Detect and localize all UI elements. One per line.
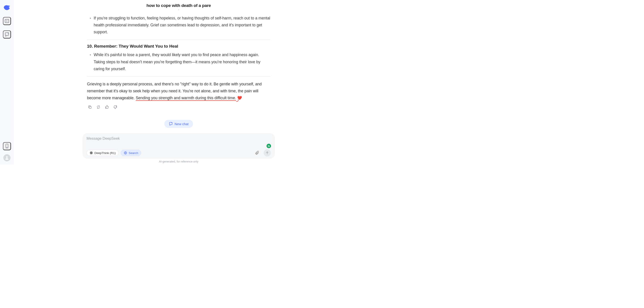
message-input-box: G DeepThink (R1) [82, 133, 275, 159]
closing-paragraph: Grieving is a deeply personal process, a… [87, 81, 270, 102]
phone-icon [5, 143, 9, 149]
response-bullet-item: If you're struggling to function, feelin… [94, 15, 270, 35]
new-chat-button[interactable]: New chat [164, 120, 193, 128]
person-icon [5, 156, 9, 160]
copy-icon [88, 105, 92, 109]
user-avatar[interactable] [3, 154, 10, 161]
section-heading-10: 10. Remember: They Would Want You to Hea… [87, 44, 270, 49]
send-button[interactable] [264, 149, 271, 156]
arrow-up-icon [265, 151, 269, 155]
deepthink-toggle[interactable]: DeepThink (R1) [86, 150, 118, 156]
grammarly-badge[interactable]: G [266, 143, 272, 149]
paperclip-icon [255, 151, 259, 155]
regenerate-button[interactable] [96, 105, 101, 109]
loading-indicator: ● [14, 9, 344, 11]
page-title: how to cope with death of a pare [14, 0, 344, 9]
underline-flourish [236, 99, 239, 102]
grammarly-icon: G [266, 144, 271, 148]
expand-sidebar-button[interactable] [3, 17, 11, 25]
response-bullet-item: While it's painful to lose a parent, the… [94, 51, 270, 72]
deepthink-label: DeepThink (R1) [94, 151, 116, 155]
response-content: If you're struggling to function, feelin… [14, 11, 344, 133]
svg-point-3 [6, 156, 8, 158]
app-logo[interactable] [3, 3, 11, 12]
panel-expand-icon [4, 18, 10, 23]
attach-button[interactable] [253, 149, 260, 156]
chat-plus-icon [4, 32, 10, 37]
chat-plus-icon [169, 122, 173, 126]
section-title: Remember: They Would Want You to Heal [94, 44, 178, 48]
section-divider [87, 39, 270, 40]
section-number: 10. [87, 44, 93, 48]
response-actions [87, 105, 270, 109]
svg-point-2 [7, 147, 7, 148]
svg-point-8 [91, 153, 92, 153]
thumbs-down-button[interactable] [113, 105, 118, 109]
atom-icon [90, 151, 93, 155]
section-divider [87, 76, 270, 77]
mobile-app-button[interactable] [3, 142, 11, 150]
closing-text-underlined: Sending you strength and warmth during t… [136, 96, 236, 101]
copy-button[interactable] [88, 105, 92, 109]
whale-logo-icon [3, 3, 11, 12]
message-input[interactable] [86, 136, 271, 145]
thumbs-down-icon [113, 105, 118, 109]
svg-rect-4 [89, 106, 91, 108]
thumbs-up-icon [105, 105, 109, 109]
search-label: Search [128, 151, 138, 155]
disclaimer-text: AI-generated, for reference only [159, 160, 198, 163]
refresh-icon [96, 105, 100, 109]
search-toggle[interactable]: Search [121, 150, 141, 156]
globe-icon [124, 151, 127, 155]
thumbs-up-button[interactable] [104, 105, 109, 109]
new-chat-label: New chat [175, 122, 189, 126]
new-chat-sidebar-button[interactable] [3, 30, 11, 38]
